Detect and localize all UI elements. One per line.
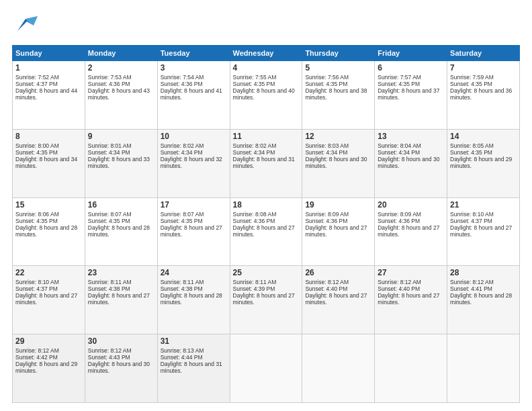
- sunrise: Sunrise: 8:02 AM: [233, 142, 277, 149]
- daylight: Daylight: 8 hours and 41 minutes.: [161, 87, 222, 101]
- daylight: Daylight: 8 hours and 29 minutes.: [450, 156, 512, 169]
- table-row: 2Sunrise: 7:53 AMSunset: 4:36 PMDaylight…: [85, 61, 157, 130]
- sunset: Sunset: 4:37 PM: [450, 218, 492, 224]
- table-row: 17Sunrise: 8:07 AMSunset: 4:35 PMDayligh…: [157, 197, 230, 266]
- sunset: Sunset: 4:36 PM: [161, 81, 203, 87]
- sunset: Sunset: 4:38 PM: [88, 285, 130, 292]
- sunset: Sunset: 4:42 PM: [15, 354, 58, 361]
- daylight: Daylight: 8 hours and 30 minutes.: [378, 156, 439, 169]
- sunset: Sunset: 4:34 PM: [305, 149, 347, 156]
- daylight: Daylight: 8 hours and 33 minutes.: [88, 156, 150, 169]
- header: [12, 12, 520, 41]
- sunset: Sunset: 4:35 PM: [15, 218, 58, 224]
- day-number: 7: [450, 63, 517, 73]
- sunset: Sunset: 4:34 PM: [233, 149, 275, 156]
- table-row: [302, 334, 375, 403]
- sunrise: Sunrise: 8:04 AM: [378, 142, 421, 149]
- day-number: 25: [233, 268, 300, 277]
- table-row: [375, 334, 447, 403]
- daylight: Daylight: 8 hours and 31 minutes.: [233, 156, 295, 169]
- header-monday: Monday: [85, 46, 157, 61]
- day-number: 24: [161, 268, 227, 277]
- day-number: 10: [161, 132, 227, 141]
- sunset: Sunset: 4:44 PM: [161, 354, 203, 361]
- sunset: Sunset: 4:35 PM: [161, 218, 203, 224]
- sunrise: Sunrise: 8:01 AM: [88, 142, 132, 149]
- table-row: 29Sunrise: 8:12 AMSunset: 4:42 PMDayligh…: [13, 334, 85, 403]
- sunset: Sunset: 4:35 PM: [15, 149, 58, 156]
- daylight: Daylight: 8 hours and 27 minutes.: [305, 292, 367, 306]
- table-row: 13Sunrise: 8:04 AMSunset: 4:34 PMDayligh…: [375, 129, 447, 197]
- table-row: 9Sunrise: 8:01 AMSunset: 4:34 PMDaylight…: [85, 129, 157, 197]
- sunrise: Sunrise: 8:12 AM: [450, 279, 494, 285]
- daylight: Daylight: 8 hours and 31 minutes.: [161, 361, 222, 374]
- day-number: 14: [450, 132, 517, 141]
- header-saturday: Saturday: [447, 46, 520, 61]
- sunrise: Sunrise: 7:53 AM: [88, 74, 132, 81]
- day-number: 19: [305, 200, 371, 210]
- sunrise: Sunrise: 7:54 AM: [161, 74, 204, 81]
- table-row: 23Sunrise: 8:11 AMSunset: 4:38 PMDayligh…: [85, 266, 157, 334]
- daylight: Daylight: 8 hours and 43 minutes.: [88, 87, 150, 101]
- table-row: 22Sunrise: 8:10 AMSunset: 4:37 PMDayligh…: [13, 266, 85, 334]
- sunrise: Sunrise: 8:12 AM: [15, 347, 59, 354]
- sunrise: Sunrise: 8:10 AM: [450, 211, 494, 218]
- daylight: Daylight: 8 hours and 29 minutes.: [15, 361, 77, 374]
- sunrise: Sunrise: 8:07 AM: [161, 211, 204, 218]
- day-number: 1: [15, 63, 82, 73]
- table-row: 18Sunrise: 8:08 AMSunset: 4:36 PMDayligh…: [230, 197, 302, 266]
- table-row: 25Sunrise: 8:11 AMSunset: 4:39 PMDayligh…: [230, 266, 302, 334]
- table-row: 19Sunrise: 8:09 AMSunset: 4:36 PMDayligh…: [302, 197, 375, 266]
- daylight: Daylight: 8 hours and 34 minutes.: [15, 156, 77, 169]
- day-number: 31: [161, 336, 227, 346]
- logo: [12, 12, 40, 41]
- sunrise: Sunrise: 8:06 AM: [15, 211, 59, 218]
- daylight: Daylight: 8 hours and 28 minutes.: [450, 292, 512, 306]
- daylight: Daylight: 8 hours and 44 minutes.: [15, 87, 77, 101]
- day-number: 5: [305, 63, 371, 73]
- table-row: 26Sunrise: 8:12 AMSunset: 4:40 PMDayligh…: [302, 266, 375, 334]
- sunrise: Sunrise: 8:03 AM: [305, 142, 349, 149]
- table-row: 30Sunrise: 8:12 AMSunset: 4:43 PMDayligh…: [85, 334, 157, 403]
- table-row: 7Sunrise: 7:59 AMSunset: 4:35 PMDaylight…: [447, 61, 520, 130]
- sunrise: Sunrise: 8:09 AM: [305, 211, 349, 218]
- calendar-table: Sunday Monday Tuesday Wednesday Thursday…: [12, 45, 520, 403]
- sunset: Sunset: 4:36 PM: [305, 218, 347, 224]
- day-number: 23: [88, 268, 154, 277]
- sunrise: Sunrise: 8:13 AM: [161, 347, 204, 354]
- sunset: Sunset: 4:35 PM: [450, 149, 492, 156]
- daylight: Daylight: 8 hours and 27 minutes.: [305, 224, 367, 238]
- daylight: Daylight: 8 hours and 38 minutes.: [305, 87, 367, 101]
- sunset: Sunset: 4:34 PM: [378, 149, 420, 156]
- header-thursday: Thursday: [302, 46, 375, 61]
- sunset: Sunset: 4:40 PM: [305, 285, 347, 292]
- sunrise: Sunrise: 7:56 AM: [305, 74, 349, 81]
- day-number: 3: [161, 63, 227, 73]
- sunset: Sunset: 4:37 PM: [15, 81, 58, 87]
- sunrise: Sunrise: 8:07 AM: [88, 211, 132, 218]
- table-row: 28Sunrise: 8:12 AMSunset: 4:41 PMDayligh…: [447, 266, 520, 334]
- sunset: Sunset: 4:36 PM: [233, 218, 275, 224]
- page: Sunday Monday Tuesday Wednesday Thursday…: [0, 0, 532, 411]
- daylight: Daylight: 8 hours and 27 minutes.: [88, 292, 150, 306]
- table-row: 10Sunrise: 8:02 AMSunset: 4:34 PMDayligh…: [157, 129, 230, 197]
- day-number: 26: [305, 268, 371, 277]
- daylight: Daylight: 8 hours and 28 minutes.: [161, 292, 222, 306]
- table-row: 12Sunrise: 8:03 AMSunset: 4:34 PMDayligh…: [302, 129, 375, 197]
- sunset: Sunset: 4:35 PM: [88, 218, 130, 224]
- day-number: 6: [378, 63, 444, 73]
- sunset: Sunset: 4:43 PM: [88, 354, 130, 361]
- sunrise: Sunrise: 8:11 AM: [161, 279, 204, 285]
- day-number: 12: [305, 132, 371, 141]
- table-row: 3Sunrise: 7:54 AMSunset: 4:36 PMDaylight…: [157, 61, 230, 130]
- sunset: Sunset: 4:35 PM: [378, 81, 420, 87]
- day-number: 21: [450, 200, 517, 210]
- table-row: 14Sunrise: 8:05 AMSunset: 4:35 PMDayligh…: [447, 129, 520, 197]
- table-row: 31Sunrise: 8:13 AMSunset: 4:44 PMDayligh…: [157, 334, 230, 403]
- sunrise: Sunrise: 7:55 AM: [233, 74, 277, 81]
- day-number: 18: [233, 200, 300, 210]
- header-wednesday: Wednesday: [230, 46, 302, 61]
- day-number: 29: [15, 336, 82, 346]
- sunrise: Sunrise: 8:12 AM: [88, 347, 132, 354]
- header-sunday: Sunday: [13, 46, 85, 61]
